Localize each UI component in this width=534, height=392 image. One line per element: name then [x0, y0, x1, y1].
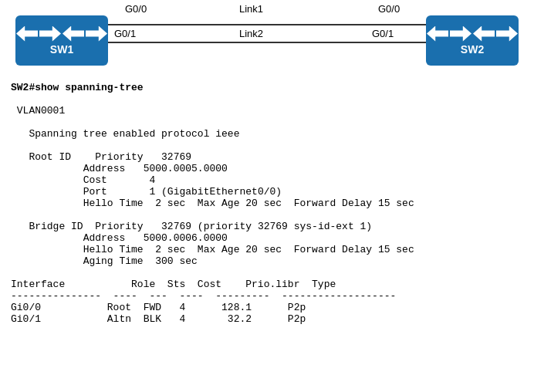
- root-id-label: Root ID: [29, 151, 71, 163]
- table-divider: --------------- ---- --- ---- --------- …: [11, 290, 396, 302]
- label-g00-sw2: G0/0: [378, 3, 400, 15]
- sw1-arrows: [16, 26, 107, 42]
- vlan-header: VLAN0001: [17, 105, 65, 117]
- root-address-val: 5000.0005.0000: [144, 163, 228, 174]
- sw2-switch: SW2: [426, 15, 519, 66]
- label-g01-sw1: G0/1: [114, 28, 136, 39]
- proto-line: Spanning tree enabled protocol ieee: [29, 128, 239, 140]
- sw2-arrow-left-2: [473, 26, 495, 42]
- topology-diagram: G0/0 Link1 G0/0 G0/1 Link2 G0/1 SW1 SW2: [0, 0, 534, 77]
- root-hello-label: Hello Time: [83, 198, 144, 209]
- link2-wire: [108, 42, 426, 43]
- sw2-arrow-right-2: [496, 26, 518, 42]
- root-address-label: Address: [83, 163, 126, 174]
- bridge-aging-label: Aging Time: [83, 255, 144, 267]
- table-row: Gi0/1 Altn BLK 4 32.2 P2p: [11, 313, 523, 325]
- label-link1: Link1: [239, 3, 263, 15]
- root-hello-val: 2 sec Max Age 20 sec Forward Delay 15 se…: [155, 198, 414, 209]
- sw1-switch: SW1: [15, 15, 108, 66]
- terminal-output: SW2#show spanning-tree VLAN0001 Spanning…: [0, 77, 534, 325]
- sw2-arrow-right-1: [450, 26, 471, 42]
- bridge-priority-val: 32769 (priority 32769 sys-id-ext 1): [161, 221, 372, 232]
- sw2-arrow-left-1: [427, 26, 448, 42]
- label-link2: Link2: [239, 28, 263, 39]
- sw1-arrow-left-1: [16, 26, 38, 42]
- root-priority-label: Priority: [95, 151, 143, 163]
- terminal-pre: SW2#show spanning-tree VLAN0001 Spanning…: [11, 82, 523, 302]
- sw1-label: SW1: [50, 43, 73, 56]
- root-cost-val: 4: [149, 174, 155, 186]
- bridge-aging-val: 300 sec: [155, 255, 198, 267]
- bridge-hello-val: 2 sec Max Age 20 sec Forward Delay 15 se…: [155, 244, 414, 255]
- label-g00-sw1: G0/0: [125, 3, 147, 15]
- label-g01-sw2: G0/1: [372, 28, 394, 39]
- root-cost-label: Cost: [83, 174, 107, 186]
- link1-wire: [108, 24, 426, 25]
- bridge-id-label: Bridge ID: [29, 221, 83, 232]
- sw1-arrow-right-1: [39, 26, 61, 42]
- sw1-arrow-left-2: [63, 26, 84, 42]
- root-priority-val: 32769: [161, 151, 191, 163]
- table-header: Interface Role Sts Cost Prio.libr Type: [11, 279, 336, 290]
- root-port-val: 1 (GigabitEthernet0/0): [149, 186, 282, 198]
- table-rows: Gi0/0 Root FWD 4 128.1 P2p Gi0/1 Altn BL…: [11, 302, 523, 325]
- bridge-priority-label: Priority: [95, 221, 143, 232]
- sw1-arrow-right-2: [86, 26, 107, 42]
- table-row: Gi0/0 Root FWD 4 128.1 P2p: [11, 302, 523, 313]
- command-line: SW2#show spanning-tree: [11, 82, 144, 93]
- bridge-address-val: 5000.0006.0000: [144, 232, 228, 244]
- bridge-address-label: Address: [83, 232, 126, 244]
- root-port-label: Port: [83, 186, 107, 198]
- sw2-label: SW2: [461, 43, 484, 56]
- sw2-arrows: [427, 26, 518, 42]
- bridge-hello-label: Hello Time: [83, 244, 144, 255]
